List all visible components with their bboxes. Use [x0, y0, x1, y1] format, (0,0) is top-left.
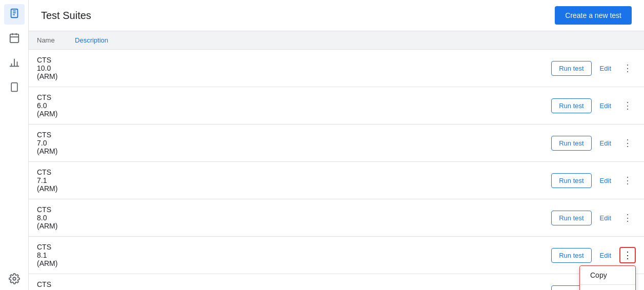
svg-point-14: [13, 277, 16, 280]
edit-button[interactable]: Edit: [596, 174, 615, 188]
calendar-icon: [9, 32, 20, 46]
row-actions: Run testEdit⋮CopyDelete: [543, 237, 644, 274]
more-options-button[interactable]: ⋮: [619, 135, 636, 151]
row-name: CTS 6.0 (ARM): [29, 87, 67, 125]
test-suites-table: Name Description CTS 10.0 (ARM)Run testE…: [29, 31, 644, 290]
table-container: Name Description CTS 10.0 (ARM)Run testE…: [29, 31, 644, 290]
row-actions: Run testEdit⋮: [543, 87, 644, 125]
name-column-header: Name: [29, 31, 67, 50]
row-name: CTS 7.1 (ARM): [29, 162, 67, 199]
run-test-button[interactable]: Run test: [551, 211, 591, 225]
bar-chart-icon: [9, 57, 20, 71]
sidebar-item-schedules[interactable]: [4, 29, 25, 49]
main-content: Test Suites Create a new test Name Descr…: [29, 0, 644, 290]
run-test-button[interactable]: Run test: [551, 173, 591, 188]
table-row: CTS 8.1 (ARM)Run testEdit⋮CopyDelete: [29, 237, 644, 274]
row-name: CTS 8.1 (ARM): [29, 237, 67, 274]
create-new-test-button[interactable]: Create a new test: [555, 6, 632, 25]
row-description: [67, 274, 543, 291]
dropdown-menu: CopyDelete: [579, 265, 636, 290]
row-description: [67, 50, 543, 87]
more-options-button[interactable]: ⋮: [619, 172, 636, 189]
run-test-button[interactable]: Run test: [551, 248, 591, 263]
row-description: [67, 199, 543, 237]
row-actions: Run testEdit⋮: [543, 199, 644, 237]
table-row: CTS 6.0 (ARM)Run testEdit⋮: [29, 87, 644, 125]
row-name: CTS 9.0 (ARM): [29, 274, 67, 291]
edit-button[interactable]: Edit: [596, 61, 615, 75]
description-column-header: Description: [67, 31, 543, 50]
sidebar-item-test-suites[interactable]: [4, 4, 25, 25]
dropdown-item-copy[interactable]: Copy: [580, 266, 635, 285]
more-options-button[interactable]: ⋮: [619, 247, 636, 263]
row-actions: Run testEdit⋮: [543, 125, 644, 162]
page-title: Test Suites: [41, 10, 91, 22]
clipboard-icon: [9, 8, 20, 22]
phone-icon: [9, 81, 19, 95]
table-row: CTS 10.0 (ARM)Run testEdit⋮: [29, 50, 644, 87]
sidebar-item-settings[interactable]: [4, 270, 25, 290]
more-options-button[interactable]: ⋮: [619, 60, 636, 76]
run-test-button[interactable]: Run test: [551, 98, 591, 113]
row-description: [67, 87, 543, 125]
row-actions: Run testEdit⋮: [543, 162, 644, 199]
table-row: CTS 8.0 (ARM)Run testEdit⋮: [29, 199, 644, 237]
sidebar-item-devices[interactable]: [4, 78, 25, 98]
row-description: [67, 125, 543, 162]
row-description: [67, 162, 543, 199]
table-header-row: Name Description: [29, 31, 644, 50]
more-options-button[interactable]: ⋮: [619, 210, 636, 226]
header: Test Suites Create a new test: [29, 0, 644, 31]
edit-button[interactable]: Edit: [596, 248, 615, 262]
sidebar: [0, 0, 29, 290]
table-row: CTS 7.1 (ARM)Run testEdit⋮: [29, 162, 644, 199]
run-test-button[interactable]: Run test: [551, 136, 591, 151]
row-name: CTS 7.0 (ARM): [29, 125, 67, 162]
row-name: CTS 10.0 (ARM): [29, 50, 67, 87]
edit-button[interactable]: Edit: [596, 99, 615, 113]
row-actions: Run testEdit⋮: [543, 50, 644, 87]
table-row: CTS 9.0 (ARM)Run testEdit⋮: [29, 274, 644, 291]
dropdown-item-delete[interactable]: Delete: [580, 285, 635, 290]
edit-button[interactable]: Edit: [596, 211, 615, 225]
run-test-button[interactable]: Run test: [551, 61, 591, 76]
row-name: CTS 8.0 (ARM): [29, 199, 67, 237]
edit-button[interactable]: Edit: [596, 136, 615, 150]
sidebar-item-results[interactable]: [4, 53, 25, 74]
settings-icon: [9, 273, 20, 287]
row-description: [67, 237, 543, 274]
svg-rect-4: [10, 34, 18, 43]
more-options-button[interactable]: ⋮: [619, 97, 636, 114]
table-row: CTS 7.0 (ARM)Run testEdit⋮: [29, 125, 644, 162]
